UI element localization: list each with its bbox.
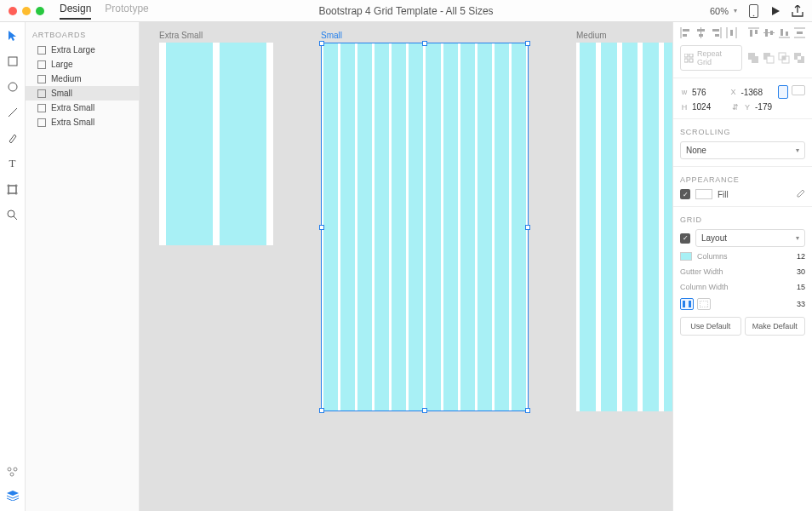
svg-rect-26	[730, 30, 733, 36]
boolean-ops	[747, 52, 805, 64]
layer-item[interactable]: Extra Small	[26, 100, 139, 115]
text-tool-icon[interactable]: T	[6, 157, 20, 170]
line-tool-icon[interactable]	[6, 106, 20, 119]
align-vdist-icon[interactable]	[794, 27, 805, 38]
bool-add-icon[interactable]	[747, 52, 759, 64]
orientation-portrait-icon[interactable]	[778, 85, 788, 99]
lock-aspect-icon[interactable]: ⇵	[731, 103, 740, 112]
svg-rect-41	[684, 59, 688, 62]
grid-column	[409, 43, 423, 411]
device-preview-icon[interactable]	[747, 5, 759, 17]
svg-point-1	[752, 14, 754, 16]
svg-point-3	[9, 83, 17, 91]
svg-rect-19	[697, 29, 705, 32]
layer-item[interactable]: Small	[26, 86, 139, 100]
svg-rect-39	[684, 54, 688, 57]
svg-rect-35	[786, 32, 788, 36]
svg-rect-42	[689, 59, 693, 62]
layer-item[interactable]: Extra Large	[26, 43, 139, 57]
align-left-icon[interactable]	[680, 27, 691, 38]
close-window[interactable]	[9, 7, 17, 15]
artboard-label[interactable]: Extra Small	[159, 31, 203, 40]
align-top-icon[interactable]	[748, 27, 759, 38]
use-default-button[interactable]: Use Default	[680, 317, 741, 336]
y-input[interactable]: -179	[755, 102, 789, 112]
artboard-icon	[37, 104, 46, 112]
align-hdist-icon[interactable]	[726, 27, 737, 38]
repeat-grid-button[interactable]: Repeat Grid	[680, 45, 742, 71]
margin-separate-icon[interactable]	[697, 298, 711, 310]
layer-label: Extra Small	[51, 118, 94, 127]
column-width-input[interactable]: 15	[797, 283, 805, 291]
grid-column	[340, 43, 355, 411]
grid-column	[323, 43, 338, 411]
svg-rect-52	[798, 56, 801, 60]
play-icon[interactable]	[769, 5, 781, 17]
grid-columns	[159, 43, 273, 245]
pen-tool-icon[interactable]	[6, 131, 20, 145]
align-right-icon[interactable]	[711, 27, 722, 38]
select-tool-icon[interactable]	[6, 29, 20, 43]
rectangle-tool-icon[interactable]	[6, 55, 20, 68]
width-input[interactable]: 576	[692, 88, 726, 97]
eyedropper-icon[interactable]	[795, 189, 805, 199]
align-hcenter-icon[interactable]	[695, 27, 706, 38]
artboard-icon	[37, 60, 46, 69]
grid-checkbox[interactable]: ✓	[680, 233, 690, 244]
svg-rect-2	[9, 57, 17, 66]
top-bar: Design Prototype Bootstrap 4 Grid Templa…	[0, 0, 812, 22]
appearance-header: APPEARANCE	[680, 175, 805, 184]
repeat-grid-icon	[684, 54, 694, 63]
svg-line-4	[9, 108, 17, 117]
x-label: X	[729, 88, 738, 96]
artboard-icon	[37, 46, 46, 55]
artboard-extra-small[interactable]: Extra Small	[159, 43, 273, 245]
grid-type-dropdown[interactable]: Layout ▾	[695, 229, 805, 247]
columns-input[interactable]: 12	[797, 252, 805, 261]
scrolling-dropdown[interactable]: None ▾	[680, 141, 805, 159]
canvas[interactable]: Extra Small Small Medium	[140, 22, 672, 511]
layer-label: Small	[51, 89, 72, 98]
zoom-level[interactable]: 60% ▾	[710, 6, 737, 16]
grid-column	[622, 43, 638, 411]
bool-intersect-icon[interactable]	[778, 52, 790, 64]
make-default-button[interactable]: Make Default	[745, 317, 806, 336]
document-title: Bootstrap 4 Grid Template - All 5 Sizes	[318, 5, 493, 17]
svg-point-14	[10, 473, 14, 476]
share-icon[interactable]	[792, 5, 803, 17]
gutter-input[interactable]: 30	[797, 267, 805, 276]
tab-prototype[interactable]: Prototype	[105, 3, 148, 20]
column-width-label: Column Width	[680, 283, 729, 291]
fill-swatch[interactable]	[695, 189, 712, 199]
bool-subtract-icon[interactable]	[763, 52, 775, 64]
layers-icon[interactable]	[6, 489, 20, 502]
ellipse-tool-icon[interactable]	[6, 80, 20, 94]
height-input[interactable]: 1024	[692, 102, 726, 112]
assets-icon[interactable]	[6, 465, 20, 479]
zoom-tool-icon[interactable]	[6, 208, 20, 221]
maximize-window[interactable]	[36, 7, 44, 15]
grid-column	[601, 43, 617, 411]
margin-input[interactable]: 33	[797, 300, 805, 308]
window-controls	[9, 7, 44, 15]
column-color-swatch[interactable]	[680, 252, 692, 261]
fill-checkbox[interactable]: ✓	[680, 189, 690, 199]
align-bottom-icon[interactable]	[779, 27, 790, 38]
artboard-medium[interactable]: Medium	[576, 43, 672, 411]
tab-design[interactable]: Design	[60, 3, 91, 20]
artboard-label[interactable]: Medium	[576, 31, 607, 40]
layer-item[interactable]: Large	[26, 57, 139, 72]
layer-item[interactable]: Medium	[26, 72, 139, 86]
minimize-window[interactable]	[22, 7, 31, 15]
margin-linked-icon[interactable]	[680, 298, 694, 310]
orientation-landscape-icon[interactable]	[792, 85, 805, 95]
artboard-label[interactable]: Small	[321, 31, 342, 40]
layer-item[interactable]: Extra Small	[26, 115, 139, 129]
bool-exclude-icon[interactable]	[793, 52, 805, 64]
align-vcenter-icon[interactable]	[763, 27, 775, 38]
artboard-tool-icon[interactable]	[6, 182, 20, 196]
grid-header: GRID	[680, 215, 805, 224]
x-input[interactable]: -1368	[741, 88, 775, 97]
artboard-small[interactable]: Small	[321, 43, 529, 411]
svg-rect-29	[755, 30, 758, 34]
